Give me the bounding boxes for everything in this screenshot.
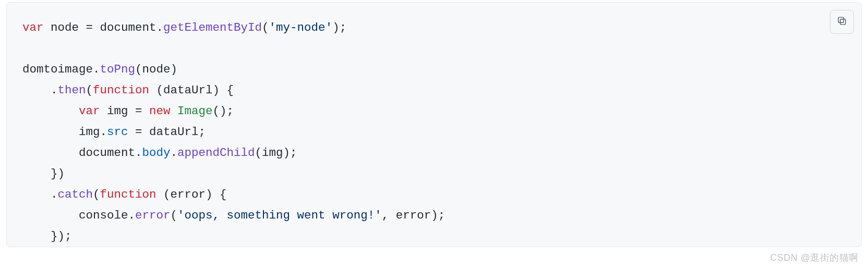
code-token: 'oops, something went wrong!': [177, 209, 382, 222]
code-token: toPng: [100, 63, 136, 76]
code-token: then: [58, 83, 86, 97]
code-token: = dataUrl;: [128, 125, 206, 139]
code-token: .: [22, 188, 58, 201]
code-token: [22, 104, 79, 118]
code-token: domtoimage.: [22, 63, 100, 76]
code-token: body: [142, 146, 171, 160]
code-token: .: [171, 146, 178, 160]
code-token: img.: [22, 125, 107, 139]
code-token: appendChild: [177, 146, 255, 160]
code-token: 'my-node': [269, 21, 333, 34]
code-token: getElementById: [163, 21, 262, 34]
copy-icon: [836, 15, 848, 29]
code-token: .: [22, 83, 58, 97]
code-token: }): [22, 167, 65, 180]
svg-rect-0: [840, 19, 846, 24]
code-token: document.: [22, 146, 142, 160]
code-token: (: [171, 209, 178, 222]
watermark: CSDN @逛街的猫啊: [770, 251, 859, 264]
code-block: var node = document.getElementById('my-n…: [6, 2, 862, 247]
code-token: );: [332, 21, 346, 34]
copy-button[interactable]: [830, 10, 854, 34]
code-token: Image: [177, 104, 213, 118]
code-token: var: [79, 104, 107, 118]
code-token: img =: [107, 104, 149, 118]
code-token: error: [135, 209, 171, 222]
code-token: catch: [58, 188, 93, 201]
code-token: ();: [213, 104, 234, 118]
svg-rect-1: [838, 17, 843, 22]
code-token: (dataUrl) {: [156, 83, 234, 97]
code-token: (: [262, 21, 269, 34]
code-token: (: [93, 188, 100, 201]
code-token: (error) {: [163, 188, 227, 201]
code-token: function: [93, 83, 156, 97]
code-token: , error);: [382, 209, 445, 222]
code-token: function: [100, 188, 164, 201]
code-token: new: [149, 104, 177, 118]
code-content: var node = document.getElementById('my-n…: [22, 17, 846, 247]
code-token: });: [22, 229, 72, 243]
code-token: (: [86, 83, 93, 97]
code-token: src: [107, 125, 128, 139]
code-token: var: [22, 21, 51, 34]
code-token: console.: [22, 209, 135, 222]
code-token: (img);: [255, 146, 297, 160]
code-token: (node): [135, 63, 177, 76]
code-token: node = document.: [51, 21, 163, 34]
